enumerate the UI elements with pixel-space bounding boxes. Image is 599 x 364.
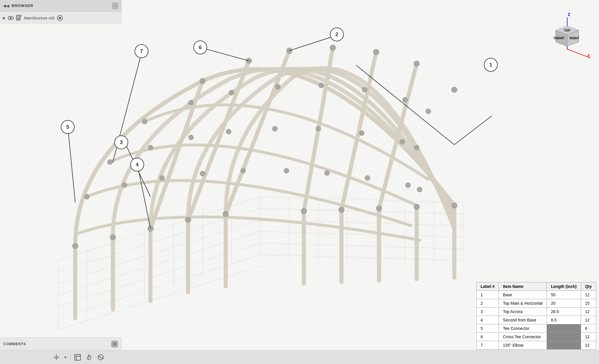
table-row: 5 Tee Connector 6	[476, 324, 596, 333]
cell-label: 7	[476, 341, 499, 350]
back-icon[interactable]: ◀◀	[3, 3, 9, 8]
svg-point-58	[426, 109, 431, 114]
svg-line-6	[58, 266, 260, 330]
cell-name: 135° Elbow	[499, 341, 547, 350]
svg-point-59	[107, 159, 113, 165]
data-table: Label # Item Name Length (inch) Qty 1 Ba…	[476, 282, 596, 350]
svg-text:RIGHT: RIGHT	[570, 37, 578, 40]
col-header-label: Label #	[476, 282, 499, 291]
svg-line-3	[58, 231, 260, 295]
cell-label: 1	[476, 291, 499, 299]
callout-5: 5	[61, 120, 75, 134]
svg-point-60	[148, 145, 153, 150]
svg-point-51	[142, 119, 147, 124]
callout-4: 4	[130, 158, 144, 172]
cell-qty: 12	[581, 308, 596, 316]
browser-header-left: ◀◀ BROWSER	[3, 3, 33, 8]
svg-point-48	[373, 49, 379, 55]
x-axis-label: X	[587, 54, 590, 58]
cell-length: 28.5	[547, 308, 581, 316]
z-axis-label: Z	[568, 12, 570, 17]
svg-line-18	[260, 231, 463, 237]
svg-rect-115	[75, 354, 80, 360]
table-row: 4 Second from Base 6.5 12	[476, 316, 596, 324]
cell-label: 4	[476, 316, 499, 324]
callout-3: 3	[114, 135, 128, 149]
panel-tool-button[interactable]	[73, 353, 82, 362]
add-comment-button[interactable]: +	[111, 341, 118, 347]
svg-point-75	[365, 175, 370, 181]
svg-point-44	[200, 78, 205, 84]
browser-panel: ◀◀ BROWSER − ▶ MainStructure v20	[0, 0, 122, 24]
svg-point-61	[188, 135, 194, 140]
svg-rect-99	[17, 17, 20, 18]
file-icon	[16, 15, 22, 21]
svg-point-74	[324, 170, 330, 176]
svg-point-76	[405, 183, 411, 188]
move-tool-button[interactable]	[52, 353, 61, 362]
cell-qty: 12	[581, 316, 596, 324]
svg-point-66	[400, 139, 405, 144]
svg-point-67	[414, 145, 419, 150]
svg-line-20	[260, 255, 463, 260]
svg-point-71	[200, 171, 205, 176]
cell-qty: 15	[581, 299, 596, 308]
col-header-name: Item Name	[499, 282, 547, 291]
table-row: 7 135° Elbow 12	[476, 341, 596, 350]
svg-text:TOP: TOP	[564, 29, 570, 32]
svg-point-53	[229, 90, 234, 95]
svg-point-70	[159, 175, 165, 181]
callout-1: 1	[484, 58, 498, 72]
svg-line-89	[454, 116, 492, 145]
expand-icon[interactable]: ▶	[3, 16, 5, 20]
cell-qty: 12	[581, 291, 596, 299]
move-tool-dropdown[interactable]: ▼	[64, 355, 67, 359]
collapse-button[interactable]: −	[112, 3, 118, 9]
svg-line-19	[260, 243, 463, 249]
cell-name: Base	[499, 291, 547, 299]
svg-line-94	[68, 129, 75, 203]
svg-point-50	[451, 87, 457, 93]
svg-point-56	[362, 87, 367, 92]
svg-point-54	[275, 84, 280, 89]
cell-length: 55	[547, 291, 581, 299]
svg-point-52	[188, 100, 194, 105]
svg-point-69	[122, 183, 127, 188]
svg-line-15	[260, 197, 463, 203]
table-row: 2 Top Main & Horizontal 20 15	[476, 299, 596, 308]
hand-tool-button[interactable]	[85, 353, 93, 362]
col-header-length: Length (inch)	[547, 282, 581, 291]
svg-point-73	[284, 168, 289, 173]
svg-point-65	[359, 130, 364, 136]
cell-name: Top Across	[499, 308, 547, 316]
nav-cube[interactable]: Z X TOP FRONT RIGHT TOP FRONT RIGHT	[541, 6, 593, 61]
svg-point-62	[226, 129, 231, 134]
svg-point-55	[319, 83, 324, 88]
svg-point-110	[56, 356, 57, 358]
svg-point-83	[301, 208, 307, 214]
callout-7: 7	[135, 44, 148, 58]
orbit-tool-button[interactable]	[96, 353, 105, 362]
svg-rect-101	[20, 15, 21, 17]
svg-line-95	[201, 48, 249, 61]
visibility-icon[interactable]	[8, 16, 14, 20]
svg-point-87	[451, 203, 457, 208]
svg-point-82	[223, 211, 229, 217]
table-row: 1 Base 55 12	[476, 291, 596, 299]
cell-length-shaded	[547, 341, 581, 350]
svg-point-47	[330, 45, 336, 51]
svg-point-78	[72, 243, 78, 249]
svg-point-77	[417, 187, 422, 192]
svg-text:FRONT: FRONT	[555, 37, 564, 40]
cell-length: 20	[547, 299, 581, 308]
table-row: 3 Top Across 28.5 12	[476, 308, 596, 316]
comments-label: COMMENTS	[3, 342, 26, 346]
browser-item-name: MainStructure v20	[24, 16, 55, 20]
browser-item-row: ▶ MainStructure v20	[0, 12, 121, 24]
cell-qty: 12	[581, 341, 596, 350]
comments-panel: COMMENTS +	[0, 337, 122, 350]
svg-point-72	[240, 168, 246, 173]
toolbar-divider	[70, 354, 70, 361]
record-button[interactable]	[57, 15, 63, 21]
cell-name: Cross Tee Connector	[499, 333, 547, 341]
